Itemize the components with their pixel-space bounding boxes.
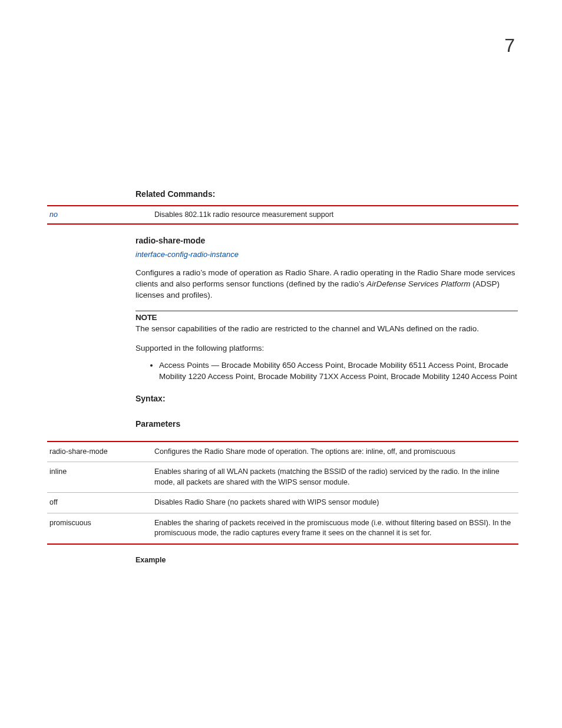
related-command-link[interactable]: no	[49, 210, 58, 219]
related-commands-table: no Disables 802.11k radio resource measu…	[47, 205, 518, 225]
parameters-table: radio-share-mode Configures the Radio Sh…	[47, 441, 518, 545]
syntax-heading: Syntax:	[135, 393, 518, 405]
param-value: Disables Radio Share (no packets shared …	[152, 493, 518, 513]
page: 7 Related Commands: no Disables 802.11k …	[0, 0, 562, 728]
table-row: off Disables Radio Share (no packets sha…	[47, 493, 518, 513]
table-row: radio-share-mode Configures the Radio Sh…	[47, 442, 518, 462]
param-key: radio-share-mode	[47, 442, 152, 462]
supported-item: Access Points — Brocade Mobility 650 Acc…	[159, 360, 518, 383]
table-row: inline Enables sharing of all WLAN packe…	[47, 462, 518, 493]
command-title: radio-share-mode	[135, 235, 518, 247]
supported-heading: Supported in the following platforms:	[135, 343, 518, 354]
note-rule	[135, 311, 518, 311]
cross-reference-link[interactable]: interface-config-radio-instance	[135, 249, 518, 260]
related-command-desc: Disables 802.11k radio resource measurem…	[152, 206, 518, 225]
intro-paragraph: Configures a radio’s mode of operation a…	[135, 268, 518, 301]
related-commands-heading: Related Commands:	[135, 189, 518, 200]
param-key: promiscuous	[47, 513, 152, 544]
note-label: NOTE	[135, 312, 518, 324]
intro-italic: AirDefense Services Platform	[366, 279, 470, 288]
param-value: Enables the sharing of packets received …	[152, 513, 518, 544]
parameters-heading: Parameters	[135, 419, 518, 430]
table-row: promiscuous Enables the sharing of packe…	[47, 513, 518, 544]
supported-list: Access Points — Brocade Mobility 650 Acc…	[159, 360, 518, 383]
note-text: The sensor capabilities of the radio are…	[135, 324, 518, 335]
param-key: off	[47, 493, 152, 513]
content-block: Related Commands: no Disables 802.11k ra…	[135, 189, 518, 565]
param-value: Enables sharing of all WLAN packets (mat…	[152, 462, 518, 493]
example-heading: Example	[135, 555, 518, 566]
chapter-number: 7	[504, 32, 515, 59]
param-key: inline	[47, 462, 152, 493]
param-value: Configures the Radio Share mode of opera…	[152, 442, 518, 462]
